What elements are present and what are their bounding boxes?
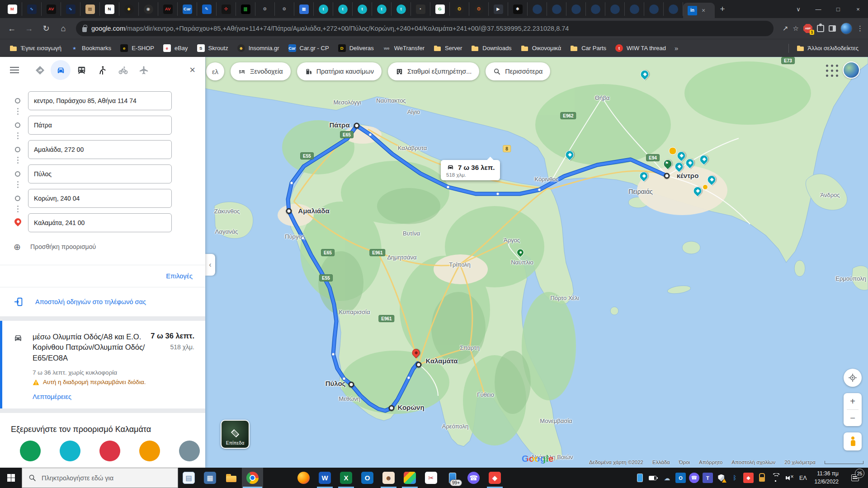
map-place-label[interactable]: Βυτίνα [403,230,420,237]
browser-tab[interactable]: AV [158,2,178,16]
menu-icon[interactable] [10,67,19,73]
browser-tab[interactable] [547,2,566,16]
bookmark-item[interactable]: Car Car.gr - CP [284,42,333,55]
waypoint-input[interactable] [28,189,172,208]
action-center-button[interactable]: 25 [844,474,865,481]
map-place-label[interactable]: Γύθειο [477,391,494,398]
browser-tab[interactable]: ||| [236,2,255,16]
taskbar-app-icon[interactable]: ☎ [463,468,484,488]
browser-tab[interactable] [625,2,644,16]
browser-tab[interactable] [566,2,586,16]
tray-icon[interactable] [635,473,645,483]
browser-tab[interactable]: ❂ [450,2,469,16]
map-marker-icon[interactable] [389,405,395,411]
map-marker-icon[interactable] [698,153,710,165]
profile-avatar[interactable] [840,23,852,34]
browser-tab[interactable]: t [333,2,353,16]
tab-close-icon[interactable]: × [702,7,705,14]
chip-service-stations[interactable]: Σταθμοί εξυπηρέτησ... [388,62,479,80]
tray-icon[interactable] [757,473,767,483]
home-button[interactable]: ⌂ [56,21,71,36]
account-avatar[interactable] [843,61,860,79]
attribution-link[interactable]: Απόρρητο [699,460,722,465]
browser-tab[interactable]: Car [178,2,197,16]
forward-button[interactable]: → [22,21,36,36]
tab-search-icon[interactable]: ∨ [788,0,808,18]
map-marker-icon[interactable] [349,382,354,388]
bookmark-item[interactable]: Έγινε εισαγωγή [5,42,66,55]
locale-chip[interactable]: ελ [206,62,224,80]
bookmarks-overflow-icon[interactable]: » [671,44,682,52]
browser-tab[interactable] [605,2,625,16]
browser-tab[interactable]: ∿ [61,2,80,16]
tray-icon[interactable]: ◆ [743,473,754,483]
waypoint-input[interactable] [28,213,172,232]
tray-icon[interactable]: ☎ [689,473,699,483]
my-location-button[interactable] [844,369,862,387]
map-place-label[interactable]: Θήβα [595,94,609,101]
map-marker-icon[interactable] [669,147,677,155]
url-bar[interactable]: google.com/maps/dir/κεντρο,+Παράσχου+85,… [76,21,774,36]
side-panel-icon[interactable] [829,25,836,32]
https-lock-icon[interactable] [82,27,87,32]
map-place-label[interactable]: Ερμούπολη [835,275,866,282]
browser-tab[interactable]: t [392,2,411,16]
map-marker-icon[interactable] [343,377,346,380]
tray-icon[interactable]: ᛒ [730,473,740,483]
bookmark-item[interactable]: Car Parts [566,42,610,55]
browser-tab[interactable] [644,2,664,16]
map-place-label[interactable]: Κορώνη [397,404,424,411]
mode-transit[interactable] [71,60,91,80]
mode-cycling[interactable] [113,60,133,80]
waypoint-input[interactable] [28,140,172,159]
browser-tab[interactable]: t [353,2,372,16]
bookmark-item[interactable]: S Skroutz [193,42,232,55]
map-marker-icon[interactable] [675,150,688,162]
map-place-label[interactable]: Δημητσάνα [387,254,416,261]
map-marker-icon[interactable] [369,133,372,136]
map-place-label[interactable]: Τρίπολη [449,261,471,268]
browser-tab[interactable] [664,2,683,16]
taskbar-app-phone[interactable]: 99+ [442,468,463,488]
route-summary-card[interactable]: μέσω Ολυμπία Οδός/Α8 και Ε.Ο. Κορίνθου Π… [0,321,205,408]
browser-tab[interactable]: ∿ [22,2,42,16]
browser-tab[interactable]: ✎ [197,2,217,16]
google-apps-grid-icon[interactable] [826,64,838,77]
bookmark-item[interactable]: we WeTransfer [379,42,429,55]
chip-gas-stations[interactable]: Πρατήρια καυσίμων [297,62,382,80]
adblock-extension-icon[interactable]: ABP 1 [803,24,812,33]
new-tab-button[interactable]: + [715,4,730,14]
attribution-link[interactable]: Αποστολή σχολίων [731,460,775,465]
browser-tab-active-linkedin[interactable]: in × [683,3,715,18]
language-indicator[interactable]: ΕΛ [797,475,809,481]
taskbar-app-icon[interactable]: W [314,468,335,488]
browser-menu-icon[interactable]: ⋮ [857,24,863,33]
zoom-in-button[interactable]: + [844,393,862,409]
route-time-bubble[interactable]: 7 ω 36 λεπ. 518 χλμ. [441,160,500,180]
browser-tab[interactable] [586,2,605,16]
waypoint-input[interactable] [28,116,172,135]
waypoint-input[interactable] [28,91,172,110]
map-canvas[interactable]: ΜεσολόγγιΝαύπακτοςΑίγιοΠάτραΚαλάβρυταΚόρ… [205,57,868,468]
taskbar-app-icon[interactable]: ☻ [378,468,399,488]
map-place-label[interactable]: Αρεόπολη [442,423,468,430]
browser-tab[interactable]: ✣ [217,2,236,16]
bookmark-item[interactable]: Server [429,42,466,55]
attribution-link[interactable]: Ελλάδα [652,460,670,465]
map-marker-icon[interactable] [706,174,718,186]
browser-tab[interactable]: ✱ [508,2,528,16]
explore-category-button[interactable] [99,441,120,461]
window-maximize-button[interactable]: □ [828,0,848,18]
map-place-label[interactable]: Καλαμάτα [426,357,458,365]
taskbar-app-icon[interactable]: ✂ [420,468,442,488]
attribution-link[interactable]: Όροι [679,460,690,465]
map-marker-icon[interactable] [332,353,335,356]
map-marker-icon[interactable] [302,237,305,240]
taskbar-app-icon[interactable]: O [357,468,378,488]
taskbar-app-icon[interactable] [221,468,242,488]
mode-best-route[interactable] [30,60,50,80]
map-marker-icon[interactable] [673,160,685,173]
map-marker-icon[interactable] [692,185,704,197]
start-button[interactable] [0,468,22,488]
browser-tab[interactable]: ⚙ [275,2,294,16]
